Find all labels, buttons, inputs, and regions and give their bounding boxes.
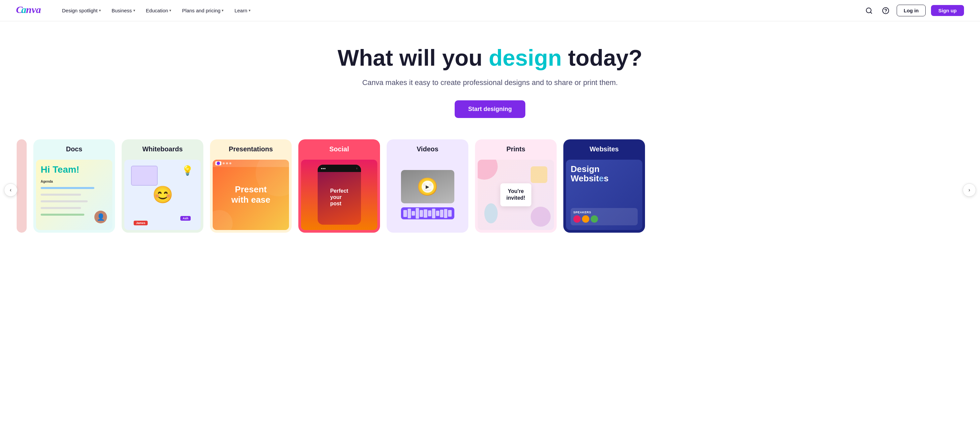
card-videos[interactable]: Videos 🙂 ▶ <box>387 139 468 233</box>
hero-subtitle: Canva makes it easy to create profession… <box>16 78 964 87</box>
videos-preview-area: 🙂 ▶ <box>387 157 468 233</box>
card-social[interactable]: Social ●●● ↑ Perfectyourpost <box>298 139 380 233</box>
chevron-left-icon: ‹ <box>10 187 11 193</box>
canva-logo[interactable]: C a nva <box>16 4 46 18</box>
speaker-avatar-2 <box>582 215 589 223</box>
card-docs[interactable]: Docs Hi Team! Agenda 👤 <box>33 139 115 233</box>
next-arrow-button[interactable]: › <box>963 183 976 197</box>
websites-preview-area: DesignWebsites SPEAKERS <box>563 157 645 233</box>
chevron-down-icon: ▾ <box>133 8 135 13</box>
cards-wrapper: ‹ Docs Hi Team! Agenda 👤 <box>0 134 980 246</box>
social-preview-area: ●●● ↑ Perfectyourpost <box>298 157 380 233</box>
play-button[interactable]: ▶ <box>422 181 434 193</box>
nav-plans-pricing[interactable]: Plans and pricing ▾ <box>178 5 228 16</box>
nav-left: C a nva Design spotlight ▾ Business ▾ Ed… <box>16 4 255 18</box>
start-designing-button[interactable]: Start designing <box>455 100 525 118</box>
svg-line-4 <box>870 12 872 13</box>
whiteboards-preview-area: 😊 💡 Ash James <box>122 157 203 233</box>
hero-section: What will you design today? Canva makes … <box>0 21 980 134</box>
chevron-down-icon: ▾ <box>249 8 251 13</box>
chevron-down-icon: ▾ <box>99 8 101 13</box>
nav-learn[interactable]: Learn ▾ <box>230 5 255 16</box>
nav-right: Log in Sign up <box>863 5 964 16</box>
ash-tag: Ash <box>180 216 191 221</box>
chevron-right-icon: › <box>968 187 970 193</box>
website-design-text: DesignWebsites <box>571 164 638 183</box>
audio-waveform <box>401 207 454 219</box>
video-thumbnail: 🙂 ▶ <box>401 170 454 203</box>
help-button[interactable] <box>880 5 891 16</box>
cards-scroll: Docs Hi Team! Agenda 👤 Whiteboards <box>0 134 980 238</box>
chevron-down-icon: ▾ <box>222 8 224 13</box>
phone-mockup: ●●● ↑ Perfectyourpost <box>318 165 361 225</box>
prints-preview-area: You'reinvited! <box>475 157 557 233</box>
card-partial-hint <box>17 139 27 233</box>
docs-preview-area: Hi Team! Agenda 👤 <box>33 157 115 233</box>
prev-arrow-button[interactable]: ‹ <box>4 183 18 197</box>
invite-card: You'reinvited! <box>500 183 531 207</box>
lightbulb-icon: 💡 <box>182 165 193 176</box>
presentations-preview-area: Presentwith ease <box>210 157 292 233</box>
nav-links: Design spotlight ▾ Business ▾ Education … <box>58 5 255 16</box>
james-tag: James <box>134 221 148 225</box>
search-button[interactable] <box>863 5 875 16</box>
emoji-icon: 😊 <box>152 185 173 204</box>
nav-education[interactable]: Education ▾ <box>142 5 176 16</box>
svg-text:a: a <box>21 4 26 15</box>
nav-design-spotlight[interactable]: Design spotlight ▾ <box>58 5 105 16</box>
card-presentations[interactable]: Presentations Presentwith ease <box>210 139 292 233</box>
chevron-down-icon: ▾ <box>169 8 171 13</box>
signup-button[interactable]: Sign up <box>931 5 964 16</box>
card-prints[interactable]: Prints You'reinvited! <box>475 139 557 233</box>
card-whiteboards[interactable]: Whiteboards 😊 💡 Ash James <box>122 139 203 233</box>
speaker-avatar-3 <box>591 215 598 223</box>
login-button[interactable]: Log in <box>897 5 926 16</box>
svg-text:nva: nva <box>26 4 41 15</box>
speaker-avatar-1 <box>573 215 581 223</box>
navbar: C a nva Design spotlight ▾ Business ▾ Ed… <box>0 0 980 21</box>
nav-business[interactable]: Business ▾ <box>108 5 139 16</box>
hero-title: What will you design today? <box>16 45 964 70</box>
speakers-section: SPEAKERS <box>571 208 638 225</box>
docs-avatar: 👤 <box>94 211 107 223</box>
card-websites[interactable]: Websites DesignWebsites SPEAKERS <box>563 139 645 233</box>
svg-point-7 <box>217 162 220 165</box>
